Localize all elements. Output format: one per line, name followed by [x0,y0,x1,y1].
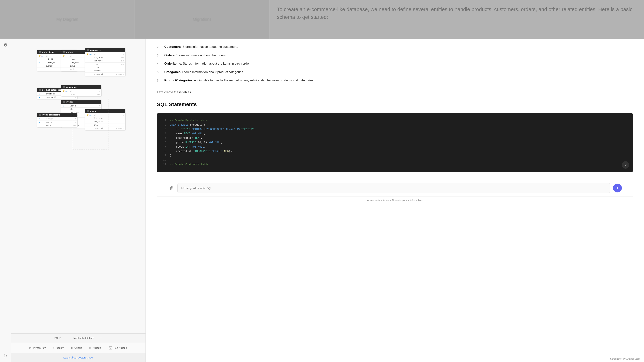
legend-nullable-label: Nullable [93,347,101,349]
top-right-panel: To create an e-commerce-like database, w… [270,0,644,39]
migrations-label: Migrations [193,17,212,22]
ai-disclaimer: AI can make mistakes. Check important in… [157,196,633,204]
code-line-5: 5 description TEXT, [162,136,628,140]
message-bar [157,180,633,196]
list-content-orderitems: OrderItems: Stores information about the… [164,61,250,66]
code-line-1: 1 -- Create Products table [162,118,628,123]
field-row: first_name [85,117,125,120]
scroll-down-button[interactable] [622,161,629,169]
field-row: last_name text [85,59,125,62]
field-row: ◆ event_id int [37,117,77,120]
list-num-6: 6 [157,78,161,83]
field-row: last_name [85,120,125,123]
hash-icon: # [53,347,54,349]
field-row: created_at timestamp [85,72,125,76]
list-num-2: 2 [157,45,161,49]
message-input[interactable] [178,183,610,193]
info-icon: ⓘ [100,337,102,340]
table-name-customers: customers [90,49,100,51]
legend-identity: # Identity [53,347,64,349]
code-line-9: 9 ); [162,153,628,158]
table-name-events: events [66,101,73,103]
legend-non-nullable-label: Non-Nullable [114,347,128,349]
list-item-orderitems: 4 OrderItems: Stores information about t… [157,61,633,66]
settings-icon[interactable] [2,41,9,48]
list-content-customers: Customers: Stores information about the … [164,44,238,49]
list-content-categories: Categories: Stores information about pro… [164,69,244,75]
diagram-canvas[interactable]: order_items 🔑#◆ id int ◇ order_id int ◇ [11,39,146,334]
field-row: phone [85,66,125,69]
sql-section-title: SQL Statements [157,101,633,107]
code-line-3: 3 id BIGINT PRIMARY KEY GENERATED ALWAYS… [162,127,628,132]
diamond-outline-icon: ◇ [88,346,92,350]
field-row: first_name text [85,56,125,59]
send-button[interactable] [613,184,622,192]
field-row: 🔑#◆ id int [85,52,125,56]
code-block: 1 -- Create Products table 2 CREATE TABL… [157,113,633,172]
table-header-events: events [61,100,101,104]
table-users[interactable]: users 🔑#◆ id int first_name [85,109,126,130]
code-line-10: 10 [162,158,628,162]
watermark: Screenshot by Xnapper.com [610,358,640,360]
table-name-users: users [90,110,96,112]
field-row: name text [61,93,101,96]
ai-disclaimer-text: AI can make mistakes. Check important in… [367,199,423,201]
list-item-orders: 3 Orders: Stores information about the o… [157,53,633,58]
list-item-categories: 5 Categories: Stores information about p… [157,69,633,75]
field-row: email [85,123,125,127]
table-name-categories: categories [66,86,76,88]
create-tables-text: Let's create these tables. [157,90,633,94]
legend-non-nullable: ⬠ Non-Nullable [109,346,128,350]
top-dimmed-area: My Diagram Migrations To create an e-com… [0,0,644,39]
code-line-6: 6 price NUMERIC(10, 2) NOT NULL, [162,140,628,145]
table-header-event-participants: event_participants [37,113,77,117]
left-sidebar [0,39,11,362]
list-content-orders: Orders: Stores information about the ord… [164,53,226,58]
list-num-5: 5 [157,70,161,75]
learn-postgres-link[interactable]: Learn about postgres.new [63,356,93,359]
key-icon: ⚿ [29,347,32,349]
field-row: 🔑#◆ id int [85,113,125,117]
legend-unique: ◆ Unique [71,347,82,349]
diagram-panel: order_items 🔑#◆ id int ◇ order_id int ◇ [11,39,146,362]
table-customers[interactable]: customers 🔑#◆ id int first_name text [85,48,126,76]
diagram-status-bar: PG 16 | Local-only database ⓘ [11,334,146,343]
field-row: # email text [85,62,125,66]
legend-bar: ⚿ Primary key # Identity ◆ Unique ◇ Null… [11,343,146,353]
top-left-panel: My Diagram [0,0,135,39]
list-content-productcategories: ProductCategories: A join table to handl… [164,78,314,83]
table-name-product-categories: product_categories [42,89,61,91]
code-line-7: 7 stock INT NOT NULL, [162,145,628,149]
code-line-4: 4 name TEXT NOT NULL, [162,132,628,136]
table-header-categories: categories [61,85,101,89]
entity-list: 2 Customers: Stores information about th… [157,44,633,83]
main-area: order_items 🔑#◆ id int ◇ order_id int ◇ [0,39,644,362]
field-row: status text [37,124,77,127]
table-event-participants[interactable]: event_participants ◆ event_id int ◆ user… [37,113,78,127]
db-name: Local-only database [73,337,94,340]
top-description: To create an e-commerce-like database, w… [277,5,636,21]
table-categories[interactable]: categories 🔑#◆ id int name text [61,85,102,96]
exit-icon[interactable] [2,353,9,359]
diamond-icon: ◆ [70,346,74,350]
learn-link-bar: Learn about postgres.new [11,353,146,362]
list-num-4: 4 [157,61,161,66]
list-num-3: 3 [157,53,161,58]
my-diagram-label: My Diagram [56,17,78,22]
list-item-customers: 2 Customers: Stores information about th… [157,44,633,49]
table-name-event-participants: event_participants [42,114,60,116]
table-header-users: users [85,109,125,113]
list-item-productcategories: 6 ProductCategories: A join table to han… [157,78,633,83]
code-line-11: 11 -- Create Customers table [162,162,628,167]
legend-primary-key-label: Primary key [33,347,46,349]
legend-unique-label: Unique [74,347,82,349]
field-row: ◆ user_id int [61,104,101,108]
field-row: created_at timestamp [85,127,125,130]
attach-button[interactable] [168,185,175,191]
table-name-orders: orders [66,51,72,53]
field-row: 🔑#◆ id int [61,89,101,93]
legend-primary-key: ⚿ Primary key [29,347,46,349]
pg-version: PG 16 [54,337,61,340]
svg-point-0 [5,44,6,45]
content-panel: 2 Customers: Stores information about th… [146,39,644,362]
